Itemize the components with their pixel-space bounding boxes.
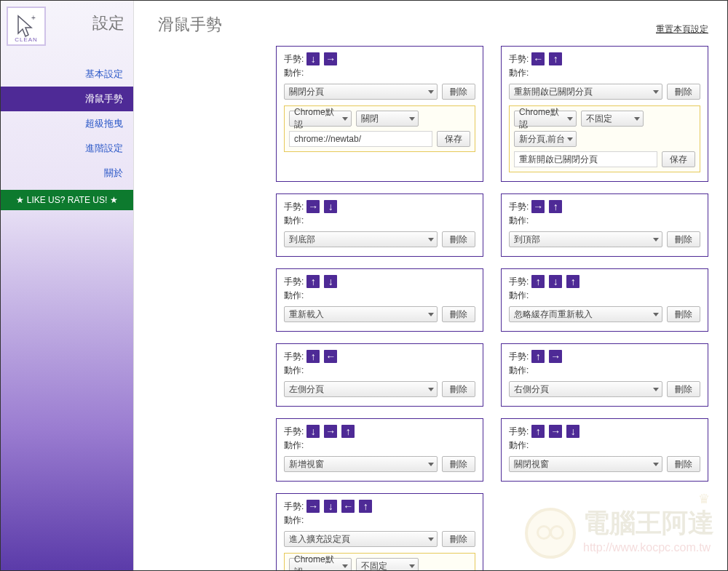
- delete-button[interactable]: 刪除: [442, 231, 475, 247]
- chevron-down-icon: [428, 90, 434, 94]
- gesture-arrow-icon: →: [549, 425, 562, 438]
- delete-button[interactable]: 刪除: [442, 381, 475, 397]
- dropdown-value: 重新開啟已關閉分頁: [514, 86, 593, 98]
- gesture-card: 手勢:→↓←↑動作:進入擴充設定頁刪除Chrome默認不固定新分頁,前台保存: [276, 493, 483, 570]
- delete-button[interactable]: 刪除: [667, 456, 700, 472]
- gesture-arrow-icon: ←: [324, 350, 337, 363]
- dropdown-select[interactable]: 關閉分頁: [284, 84, 438, 100]
- dropdown-select[interactable]: 右側分頁: [509, 381, 662, 397]
- gesture-arrow-icon: →: [306, 500, 320, 513]
- nav-advanced-settings[interactable]: 進階設定: [1, 136, 133, 161]
- dropdown-value: 重新載入: [289, 308, 324, 321]
- gesture-label: 手勢:: [284, 426, 304, 438]
- delete-button[interactable]: 刪除: [667, 231, 700, 247]
- gesture-arrow-icon: →: [306, 200, 320, 213]
- delete-button[interactable]: 刪除: [667, 381, 700, 397]
- gesture-label: 手勢:: [284, 201, 304, 213]
- action-label: 動作:: [284, 364, 304, 377]
- gesture-arrow-icon: ↑: [531, 425, 545, 438]
- chevron-down-icon: [428, 388, 434, 391]
- delete-button[interactable]: 刪除: [442, 456, 475, 472]
- dropdown-value: 新增視窗: [289, 458, 324, 471]
- chevron-down-icon: [653, 388, 659, 391]
- gesture-label: 手勢:: [284, 53, 304, 65]
- save-button[interactable]: 保存: [662, 151, 695, 167]
- dropdown-value: 左側分頁: [289, 383, 324, 396]
- dropdown-select[interactable]: 新分頁,前台: [514, 131, 577, 147]
- dropdown-select[interactable]: Chrome默認: [289, 558, 352, 570]
- gesture-arrow-icon: ↓: [306, 425, 320, 438]
- dropdown-select[interactable]: 左側分頁: [284, 381, 438, 397]
- gesture-arrow-icon: ←: [341, 500, 355, 513]
- gesture-arrow-icon: ↑: [306, 275, 320, 288]
- gesture-arrow-icon: ↓: [566, 425, 579, 438]
- dropdown-select[interactable]: 重新開啟已關閉分頁: [509, 84, 662, 100]
- action-label: 動作:: [509, 364, 529, 377]
- gesture-card: 手勢:→↑動作:到頂部刪除: [501, 193, 708, 257]
- rate-us-bar[interactable]: ★ LIKE US? RATE US! ★: [1, 190, 133, 210]
- dropdown-select[interactable]: Chrome默認: [514, 111, 577, 127]
- delete-button[interactable]: 刪除: [667, 306, 700, 322]
- gesture-arrow-icon: ↑: [306, 350, 320, 363]
- nav-about[interactable]: 關於: [1, 161, 133, 185]
- gesture-arrow-icon: ←: [531, 52, 545, 65]
- gesture-label: 手勢:: [509, 276, 529, 288]
- action-label: 動作:: [509, 215, 529, 227]
- gesture-arrow-icon: ↑: [566, 275, 579, 288]
- gesture-card: 手勢:←↑動作:重新開啟已關閉分頁刪除Chrome默認不固定新分頁,前台保存: [501, 46, 708, 182]
- chevron-down-icon: [342, 564, 348, 568]
- action-label: 動作:: [284, 514, 304, 527]
- dropdown-select[interactable]: 不固定: [581, 111, 644, 127]
- chevron-down-icon: [653, 238, 659, 241]
- dropdown-select[interactable]: Chrome默認: [289, 111, 352, 127]
- dropdown-value: 關閉: [361, 113, 379, 125]
- gesture-input[interactable]: [289, 131, 432, 147]
- delete-button[interactable]: 刪除: [442, 531, 475, 547]
- gesture-subconfig: Chrome默認關閉保存: [284, 105, 475, 152]
- svg-text:+: +: [31, 15, 36, 22]
- chevron-down-icon: [634, 117, 640, 121]
- dropdown-select[interactable]: 到底部: [284, 231, 438, 247]
- gesture-label: 手勢:: [509, 426, 529, 438]
- sidebar-title: 設定: [92, 12, 124, 34]
- dropdown-select[interactable]: 關閉視窗: [509, 456, 662, 472]
- nav-mouse-gestures[interactable]: 滑鼠手勢: [1, 87, 133, 111]
- chevron-down-icon: [428, 238, 434, 241]
- dropdown-select[interactable]: 忽略緩存而重新載入: [509, 306, 662, 322]
- nav-basic-settings[interactable]: 基本設定: [1, 62, 133, 87]
- gesture-input[interactable]: [514, 151, 657, 167]
- dropdown-select[interactable]: 關閉: [356, 111, 419, 127]
- action-label: 動作:: [509, 439, 529, 452]
- star-icon: ★: [110, 195, 118, 205]
- cursor-icon: +: [15, 15, 37, 38]
- gesture-arrow-icon: ↑: [531, 350, 545, 363]
- dropdown-select[interactable]: 不固定: [356, 558, 419, 570]
- nav-super-drag[interactable]: 超級拖曳: [1, 111, 133, 136]
- reset-page-link[interactable]: 重置本頁設定: [656, 23, 708, 36]
- sidebar: + CLEAN 設定 基本設定 滑鼠手勢 超級拖曳 進階設定 關於 ★ LIKE…: [1, 1, 134, 570]
- action-label: 動作:: [284, 439, 304, 452]
- action-label: 動作:: [509, 290, 529, 302]
- delete-button[interactable]: 刪除: [442, 84, 475, 100]
- dropdown-select[interactable]: 到頂部: [509, 231, 662, 247]
- delete-button[interactable]: 刪除: [442, 306, 475, 322]
- dropdown-value: 新分頁,前台: [519, 133, 565, 145]
- gesture-card: 手勢:→↓動作:到底部刪除: [276, 193, 483, 257]
- gesture-arrow-icon: ↑: [359, 500, 372, 513]
- sidebar-nav: 基本設定 滑鼠手勢 超級拖曳 進階設定 關於: [1, 62, 133, 185]
- dropdown-value: 右側分頁: [514, 383, 549, 396]
- save-button[interactable]: 保存: [437, 131, 470, 147]
- gesture-arrow-icon: ↓: [324, 275, 337, 288]
- dropdown-select[interactable]: 新增視窗: [284, 456, 438, 472]
- gesture-label: 手勢:: [509, 53, 529, 65]
- chevron-down-icon: [567, 117, 573, 121]
- gesture-arrow-icon: ↑: [549, 200, 562, 213]
- chevron-down-icon: [428, 538, 434, 541]
- action-label: 動作:: [284, 290, 304, 302]
- dropdown-value: 關閉視窗: [514, 458, 549, 471]
- delete-button[interactable]: 刪除: [667, 84, 700, 100]
- dropdown-select[interactable]: 進入擴充設定頁: [284, 531, 438, 547]
- dropdown-value: 忽略緩存而重新載入: [514, 308, 593, 321]
- dropdown-select[interactable]: 重新載入: [284, 306, 438, 322]
- gesture-arrow-icon: ↓: [549, 275, 562, 288]
